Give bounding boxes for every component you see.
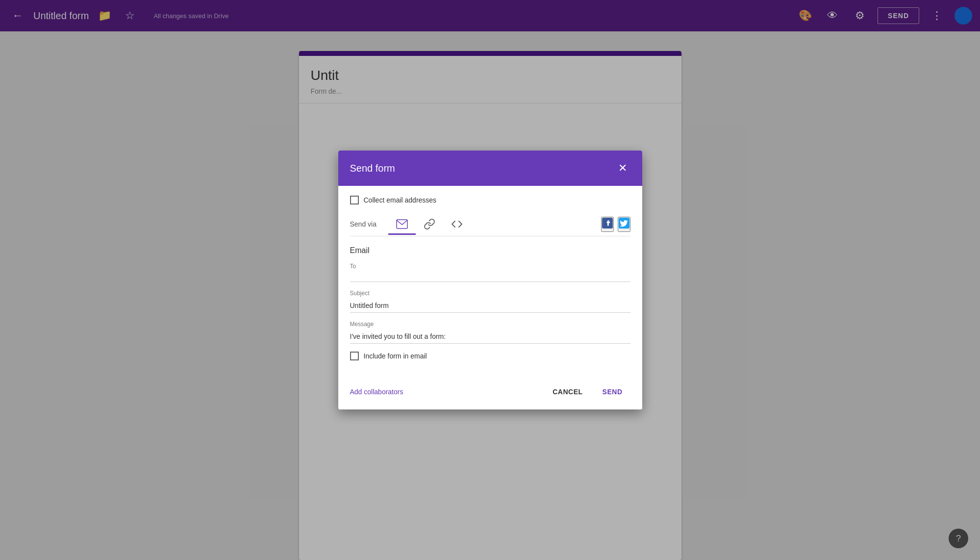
embed-tab-icon (451, 218, 463, 230)
to-input[interactable] (350, 263, 630, 282)
collect-emails-label: Collect email addresses (364, 196, 437, 204)
facebook-share-button[interactable] (601, 217, 614, 232)
dialog-close-button[interactable]: ✕ (615, 160, 630, 176)
email-tab-icon (396, 219, 408, 229)
footer-buttons: CANCEL SEND (545, 384, 630, 400)
link-tab-icon (424, 218, 435, 230)
cancel-button[interactable]: CANCEL (545, 384, 590, 400)
to-label: To (350, 263, 356, 270)
send-form-dialog: Send form ✕ Collect email addresses Send… (338, 151, 642, 409)
to-field-group: To (350, 263, 630, 282)
svg-rect-0 (397, 220, 407, 229)
message-field-group: Message (350, 321, 630, 344)
message-input[interactable] (350, 330, 630, 344)
message-label: Message (350, 321, 630, 328)
tab-email[interactable] (388, 215, 416, 233)
dialog-body: Collect email addresses Send via (338, 186, 642, 378)
add-collaborators-link[interactable]: Add collaborators (350, 388, 403, 396)
send-via-social (601, 217, 630, 232)
twitter-icon (619, 218, 629, 229)
dialog-overlay: Send form ✕ Collect email addresses Send… (0, 0, 980, 560)
include-form-row: Include form in email (350, 352, 630, 360)
collect-emails-checkbox[interactable] (350, 196, 359, 204)
include-form-checkbox[interactable] (350, 352, 359, 360)
collect-emails-row: Collect email addresses (350, 196, 630, 204)
include-form-label: Include form in email (364, 352, 427, 360)
subject-label: Subject (350, 290, 630, 297)
twitter-share-button[interactable] (618, 217, 630, 232)
facebook-icon (602, 218, 613, 229)
send-via-tabs (388, 214, 589, 234)
subject-input[interactable] (350, 299, 630, 313)
dialog-footer: Add collaborators CANCEL SEND (338, 378, 642, 409)
send-via-label: Send via (350, 220, 377, 228)
send-via-row: Send via (350, 214, 630, 236)
tab-embed[interactable] (443, 214, 471, 234)
tab-link[interactable] (416, 214, 443, 234)
send-button[interactable]: SEND (595, 384, 630, 400)
dialog-header: Send form ✕ (338, 151, 642, 186)
email-section-title: Email (350, 246, 630, 255)
dialog-title: Send form (350, 163, 395, 174)
subject-field-group: Subject (350, 290, 630, 313)
